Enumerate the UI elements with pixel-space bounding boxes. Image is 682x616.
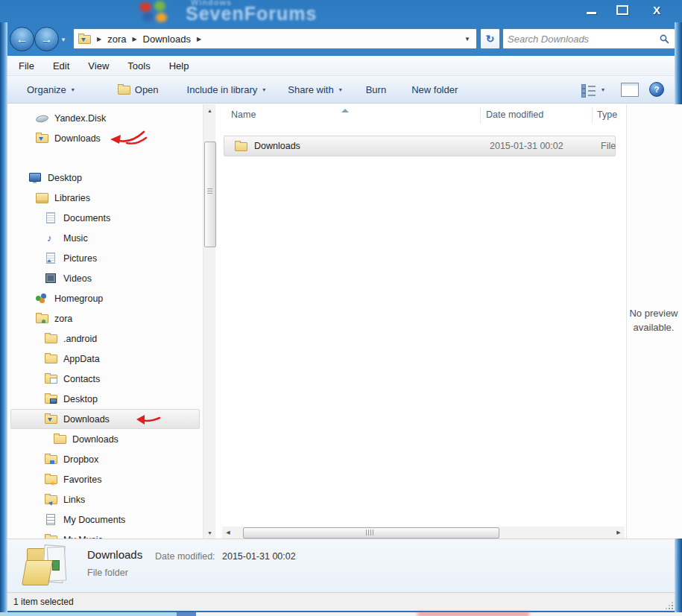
sidebar-item-downloads-child[interactable]: Downloads: [10, 429, 200, 449]
sort-ascending-icon: [341, 105, 349, 112]
details-item-type: File folder: [87, 568, 128, 578]
back-button[interactable]: ←: [10, 27, 34, 51]
sidebar-item-downloads-favorite[interactable]: Downloads: [10, 128, 200, 148]
sidebar-item-downloads-selected[interactable]: Downloads: [10, 409, 200, 429]
sidebar-item-desktop[interactable]: Desktop: [10, 168, 200, 188]
breadcrumb-downloads[interactable]: Downloads: [142, 34, 192, 45]
resize-grip[interactable]: [664, 600, 673, 609]
chevron-down-icon: ▾: [339, 86, 342, 93]
desktop-monitor-icon: [29, 172, 42, 183]
include-in-library-button[interactable]: Include in library ▾: [181, 80, 272, 99]
details-item-name: Downloads: [87, 548, 142, 561]
menu-tools[interactable]: Tools: [127, 58, 158, 74]
file-name: Downloads: [254, 141, 300, 151]
sidebar-item-contacts[interactable]: Contacts: [10, 369, 200, 389]
sidebar-item-label: Homegroup: [54, 293, 103, 304]
tree-vertical-scrollbar[interactable]: ▲ ▼: [203, 104, 215, 539]
toolbar-right-cluster: ▾ ?: [575, 80, 675, 99]
sidebar-item-label: Favorites: [63, 474, 101, 485]
column-header-row: Name Date modified Type: [221, 104, 626, 127]
preview-pane-toggle-button[interactable]: [621, 83, 639, 97]
menu-view[interactable]: View: [88, 58, 117, 74]
column-header-date-modified[interactable]: Date modified: [486, 109, 543, 120]
scroll-up-icon[interactable]: ▲: [203, 104, 216, 116]
column-header-name[interactable]: Name: [231, 109, 256, 120]
chevron-down-icon: ▾: [262, 86, 265, 93]
address-dropdown-icon[interactable]: ▼: [458, 36, 476, 42]
open-label: Open: [135, 84, 159, 95]
help-button[interactable]: ?: [649, 82, 664, 97]
sidebar-item-documents[interactable]: Documents: [10, 208, 200, 228]
menu-help[interactable]: Help: [169, 58, 198, 74]
views-icon: [581, 84, 596, 95]
organize-button[interactable]: Organize ▾: [21, 80, 80, 99]
contacts-folder-icon: [45, 373, 58, 384]
scroll-left-icon[interactable]: ◀: [222, 527, 234, 539]
music-library-icon: ♪: [45, 232, 58, 244]
sidebar-item-label: Links: [63, 495, 85, 505]
burn-button[interactable]: Burn: [360, 80, 392, 99]
minimize-button[interactable]: [579, 2, 603, 17]
forward-button[interactable]: →: [34, 27, 59, 51]
menu-edit[interactable]: Edit: [53, 58, 78, 74]
scroll-right-icon[interactable]: ▶: [613, 527, 625, 539]
close-icon: X: [653, 4, 660, 16]
recent-pages-chevron-icon[interactable]: ▼: [60, 36, 66, 43]
sidebar-item-appdata[interactable]: AppData: [10, 349, 200, 369]
column-divider[interactable]: [592, 107, 593, 124]
large-folder-icon: [24, 544, 78, 588]
sidebar-item-yandex-disk[interactable]: Yandex.Disk: [10, 108, 200, 128]
open-folder-icon: [118, 84, 131, 95]
sidebar-item-desktop-folder[interactable]: Desktop: [10, 389, 200, 409]
change-view-button[interactable]: ▾: [575, 80, 610, 99]
sidebar-item-videos[interactable]: Videos: [10, 268, 200, 288]
downloads-folder-icon: [45, 413, 58, 425]
search-input[interactable]: [503, 34, 660, 45]
new-folder-label: New folder: [411, 84, 458, 95]
sidebar-item-dropbox[interactable]: Dropbox: [10, 449, 200, 469]
title-bar[interactable]: Windows SevenForums X: [0, 0, 682, 22]
sidebar-item-music[interactable]: ♪ Music: [10, 228, 200, 248]
address-bar[interactable]: ▶ zora ▶ Downloads ▶ ▼: [73, 28, 477, 49]
sidebar-item-label: .android: [63, 334, 97, 344]
sidebar-item-android[interactable]: .android: [10, 328, 200, 349]
maximize-button[interactable]: [610, 2, 634, 17]
menu-file[interactable]: File: [19, 58, 42, 74]
explorer-window: Windows SevenForums X ← → ▼ ▶ zora ▶ Dow…: [0, 0, 682, 616]
horizontal-scroll-thumb[interactable]: [243, 527, 499, 539]
scroll-down-icon[interactable]: ▼: [203, 527, 216, 539]
windows-flag-logo-icon: [136, 1, 183, 23]
column-header-type[interactable]: Type: [597, 109, 617, 120]
menu-bar: File Edit View Tools Help: [7, 57, 675, 76]
burn-label: Burn: [366, 84, 386, 95]
new-folder-button[interactable]: New folder: [405, 80, 464, 99]
sidebar-item-libraries[interactable]: Libraries: [10, 188, 200, 208]
sidebar-item-label: Downloads: [54, 133, 101, 144]
share-with-button[interactable]: Share with ▾: [282, 80, 347, 99]
sidebar-item-label: zora: [54, 314, 72, 324]
column-divider[interactable]: [480, 107, 481, 124]
vertical-scroll-thumb[interactable]: [204, 142, 216, 247]
refresh-button[interactable]: ↻: [480, 28, 500, 49]
folder-icon: [45, 353, 58, 364]
close-button[interactable]: X: [642, 2, 672, 17]
breadcrumb-zora[interactable]: zora: [107, 34, 127, 45]
preview-pane: No preview available.: [626, 104, 682, 539]
chevron-down-icon: ▾: [602, 86, 604, 93]
sidebar-item-favorites[interactable]: ★ Favorites: [10, 469, 200, 489]
sidebar-item-label: Yandex.Disk: [54, 113, 106, 124]
sidebar-item-zora[interactable]: zora: [10, 308, 200, 328]
breadcrumb-separator-icon: ▶: [192, 36, 206, 42]
sidebar-item-links[interactable]: Links: [10, 489, 200, 509]
downloads-folder-icon: [36, 133, 49, 144]
list-horizontal-scrollbar[interactable]: ◀ ▶: [222, 527, 625, 539]
background-page-strip: [0, 612, 682, 616]
file-row-downloads[interactable]: Downloads 2015-01-31 00:02 File folder: [224, 136, 616, 156]
open-button[interactable]: Open: [112, 80, 165, 99]
sidebar-item-my-music[interactable]: ♪ My Music: [10, 530, 200, 539]
sidebar-item-pictures[interactable]: Pictures: [10, 248, 200, 268]
pictures-library-icon: [45, 253, 58, 264]
sidebar-item-my-documents[interactable]: My Documents: [10, 509, 200, 530]
search-icon[interactable]: [660, 34, 669, 44]
sidebar-item-homegroup[interactable]: Homegroup: [10, 288, 200, 308]
